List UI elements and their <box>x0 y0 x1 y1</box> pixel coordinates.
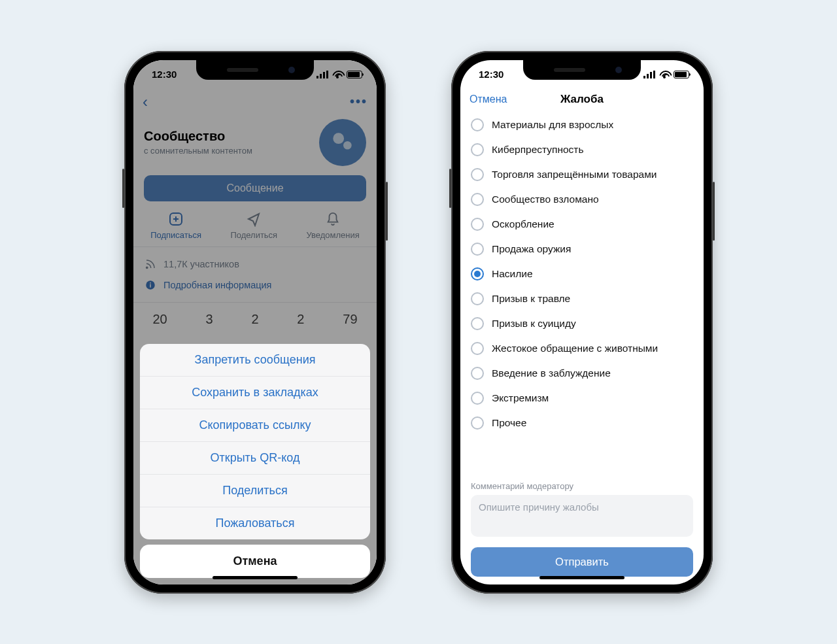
reason-item[interactable]: Прочее <box>460 411 704 435</box>
reason-item[interactable]: Киберпреступность <box>460 137 704 162</box>
reason-item[interactable]: Оскорбление <box>460 212 704 237</box>
radio-icon <box>471 292 484 305</box>
sheet-item-bookmark[interactable]: Сохранить в закладках <box>140 377 370 409</box>
reason-label: Экстремизм <box>492 392 549 404</box>
reason-list: Материалы для взрослыхКиберпреступностьТ… <box>460 110 704 476</box>
radio-icon <box>471 342 484 355</box>
reason-item[interactable]: Торговля запрещёнными товарами <box>460 162 704 187</box>
reason-item[interactable]: Призыв к суициду <box>460 311 704 336</box>
reason-label: Торговля запрещёнными товарами <box>492 169 657 180</box>
phone-right: 12:30 Отмена Жалоба Материалы для взросл… <box>451 51 713 594</box>
battery-icon <box>674 71 689 78</box>
action-sheet: Запретить сообщения Сохранить в закладка… <box>140 344 370 578</box>
radio-icon <box>471 218 484 231</box>
radio-icon <box>471 367 484 380</box>
reason-label: Насилие <box>492 268 533 280</box>
home-indicator[interactable] <box>539 576 624 579</box>
sheet-cancel[interactable]: Отмена <box>140 545 370 578</box>
signal-icon <box>643 71 655 78</box>
status-icons <box>643 71 689 78</box>
reason-item[interactable]: Насилие <box>460 262 704 286</box>
radio-icon <box>471 118 484 131</box>
reason-label: Прочее <box>492 417 526 429</box>
reason-label: Материалы для взрослых <box>492 119 613 131</box>
reason-label: Киберпреступность <box>492 144 584 156</box>
reason-item[interactable]: Сообщество взломано <box>460 187 704 212</box>
reason-label: Призыв к травле <box>492 293 570 305</box>
reason-label: Сообщество взломано <box>492 194 599 205</box>
comment-input[interactable]: Опишите причину жалобы <box>471 495 693 537</box>
notch <box>196 60 314 80</box>
radio-icon <box>471 193 484 206</box>
reason-item[interactable]: Экстремизм <box>460 386 704 411</box>
radio-icon <box>471 243 484 256</box>
wifi-icon <box>659 71 670 78</box>
sheet-item-share[interactable]: Поделиться <box>140 475 370 507</box>
phone-left: ‹ ••• Сообщество с сомнительным контенто… <box>124 51 386 594</box>
reason-label: Жестокое обращение с животными <box>492 343 658 354</box>
sheet-item-report[interactable]: Пожаловаться <box>140 507 370 539</box>
radio-icon <box>471 143 484 156</box>
status-time: 12:30 <box>479 69 504 80</box>
send-button[interactable]: Отправить <box>471 547 693 577</box>
reason-label: Оскорбление <box>492 218 555 230</box>
reason-item[interactable]: Жестокое обращение с животными <box>460 336 704 361</box>
radio-icon <box>471 416 484 430</box>
reason-item[interactable]: Введение в заблуждение <box>460 361 704 386</box>
home-indicator[interactable] <box>213 576 298 579</box>
comment-label: Комментарий модератору <box>460 476 704 495</box>
reason-item[interactable]: Материалы для взрослых <box>460 112 704 137</box>
sheet-item-block-messages[interactable]: Запретить сообщения <box>140 344 370 377</box>
radio-icon <box>471 392 484 405</box>
radio-icon <box>471 168 484 181</box>
reason-label: Продажа оружия <box>492 243 571 255</box>
reason-item[interactable]: Призыв к травле <box>460 286 704 311</box>
reason-item[interactable]: Продажа оружия <box>460 237 704 262</box>
reason-label: Призыв к суициду <box>492 318 576 330</box>
notch <box>523 60 641 80</box>
cancel-button[interactable]: Отмена <box>470 93 507 105</box>
sheet-item-copy-link[interactable]: Скопировать ссылку <box>140 409 370 442</box>
sheet-item-qr[interactable]: Открыть QR-код <box>140 442 370 475</box>
page-title: Жалоба <box>560 93 604 106</box>
radio-icon <box>471 317 484 330</box>
radio-icon <box>471 267 484 280</box>
reason-label: Введение в заблуждение <box>492 367 611 379</box>
comment-placeholder: Опишите причину жалобы <box>479 501 599 513</box>
